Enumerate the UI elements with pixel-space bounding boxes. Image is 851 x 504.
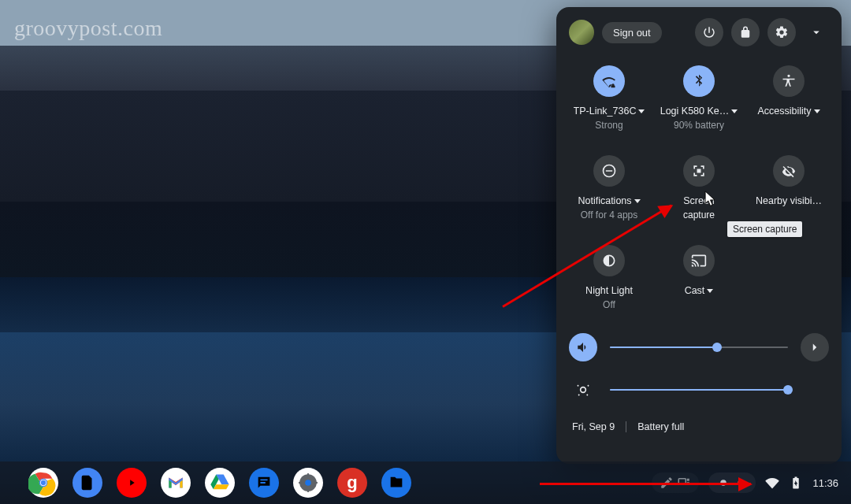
cast-icon — [683, 245, 715, 276]
bluetooth-sub: 90% battery — [674, 119, 724, 132]
brightness-icon[interactable] — [569, 376, 597, 404]
svg-rect-7 — [307, 490, 309, 492]
footer-separator — [626, 421, 626, 432]
tray-clock: 11:36 — [812, 477, 838, 489]
cast-tile[interactable]: Cast — [654, 245, 744, 311]
tray-wifi-icon — [765, 476, 779, 490]
notifications-label: Notifications — [578, 195, 631, 208]
docs-app-icon[interactable] — [72, 468, 102, 498]
cast-label: Cast — [685, 284, 705, 298]
accessibility-tile[interactable]: Accessibility — [744, 65, 834, 132]
tiles-row-2: Notifications Off for 4 apps Screen capt… — [564, 155, 834, 221]
brightness-slider[interactable] — [610, 389, 788, 391]
collapse-button[interactable] — [804, 25, 829, 39]
svg-rect-6 — [307, 473, 309, 476]
tiles-row-1: TP-Link_736C Strong Logi K580 Ke… 90% ba… — [564, 65, 834, 132]
annotation-arrow-2 — [540, 483, 751, 485]
svg-rect-11 — [687, 479, 689, 481]
screen-capture-icon — [683, 155, 715, 187]
visibility-off-icon — [773, 155, 805, 187]
chevron-down-icon — [731, 109, 738, 113]
night-light-tile[interactable]: Night Light Off — [564, 245, 654, 311]
settings-app-icon[interactable] — [293, 468, 323, 498]
mouse-cursor — [704, 191, 716, 208]
night-light-sub: Off — [603, 298, 615, 311]
wifi-sub: Strong — [595, 119, 622, 132]
tray-battery-icon — [789, 476, 803, 490]
shelf-apps: g — [13, 468, 411, 498]
volume-slider[interactable] — [610, 346, 788, 348]
bluetooth-tile[interactable]: Logi K580 Ke… 90% battery — [654, 65, 744, 132]
footer-date: Fri, Sep 9 — [572, 421, 615, 432]
svg-rect-8 — [299, 482, 301, 484]
wifi-tile[interactable]: TP-Link_736C Strong — [564, 65, 654, 132]
svg-point-3 — [41, 480, 46, 485]
volume-icon[interactable] — [569, 333, 597, 361]
lock-button[interactable] — [731, 18, 760, 46]
nearby-tile[interactable]: Nearby visibi… — [744, 155, 834, 221]
gmail-app-icon[interactable] — [161, 468, 191, 498]
footer-battery: Battery full — [637, 421, 684, 432]
brightness-row — [569, 376, 829, 404]
sliders — [564, 333, 834, 404]
accessibility-icon — [773, 65, 805, 97]
chevron-down-icon — [707, 289, 713, 293]
chevron-down-icon — [814, 109, 820, 113]
chevron-down-icon — [638, 109, 645, 113]
chrome-app-icon[interactable] — [28, 468, 58, 498]
panel-footer: Fri, Sep 9 Battery full — [564, 418, 834, 432]
svg-rect-9 — [315, 482, 318, 484]
tiles-row-3: Night Light Off Cast — [564, 245, 834, 311]
bluetooth-label: Logi K580 Ke… — [660, 105, 730, 118]
notifications-sub: Off for 4 apps — [581, 209, 638, 221]
wifi-label: TP-Link_736C — [574, 105, 637, 118]
youtube-app-icon[interactable] — [117, 468, 147, 498]
bluetooth-icon — [683, 65, 715, 97]
dnd-icon — [593, 155, 625, 187]
user-avatar[interactable] — [569, 20, 594, 45]
notifications-tile[interactable]: Notifications Off for 4 apps — [564, 155, 654, 221]
wifi-icon — [593, 65, 625, 97]
g-app-icon[interactable]: g — [337, 468, 367, 498]
panel-header: Sign out — [564, 18, 834, 46]
settings-button[interactable] — [767, 18, 796, 46]
chevron-down-icon — [634, 199, 641, 203]
audio-output-button[interactable] — [801, 333, 829, 361]
svg-point-5 — [305, 480, 311, 486]
screen-capture-tooltip: Screen capture — [727, 221, 802, 237]
volume-row — [569, 333, 829, 361]
files-app-icon[interactable] — [381, 468, 411, 498]
accessibility-label: Accessibility — [757, 105, 811, 118]
drive-app-icon[interactable] — [205, 468, 235, 498]
sign-out-button[interactable]: Sign out — [602, 22, 662, 43]
screen-capture-label2: capture — [683, 209, 715, 221]
messages-app-icon[interactable] — [249, 468, 279, 498]
power-button[interactable] — [695, 18, 723, 46]
nearby-label: Nearby visibi… — [756, 195, 822, 208]
watermark-text: groovypost.com — [14, 16, 162, 41]
night-light-label: Night Light — [585, 284, 633, 298]
